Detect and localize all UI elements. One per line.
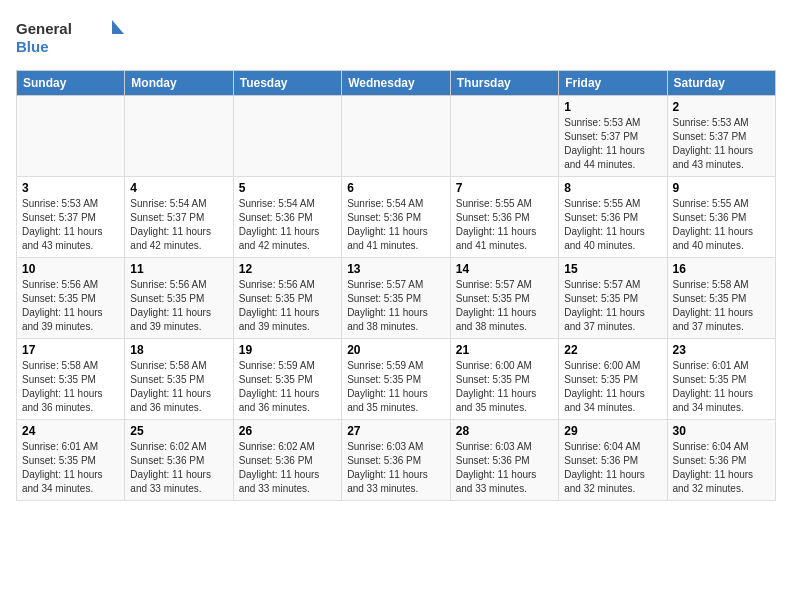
day-cell-6: 6Sunrise: 5:54 AMSunset: 5:36 PMDaylight… xyxy=(342,177,451,258)
day-info-19: Sunrise: 5:59 AMSunset: 5:35 PMDaylight:… xyxy=(239,359,336,415)
weekday-header-row: SundayMondayTuesdayWednesdayThursdayFrid… xyxy=(17,71,776,96)
day-cell-27: 27Sunrise: 6:03 AMSunset: 5:36 PMDayligh… xyxy=(342,420,451,501)
day-cell-1: 1Sunrise: 5:53 AMSunset: 5:37 PMDaylight… xyxy=(559,96,667,177)
day-cell-17: 17Sunrise: 5:58 AMSunset: 5:35 PMDayligh… xyxy=(17,339,125,420)
day-info-28: Sunrise: 6:03 AMSunset: 5:36 PMDaylight:… xyxy=(456,440,553,496)
day-number-15: 15 xyxy=(564,262,661,276)
week-row-4: 17Sunrise: 5:58 AMSunset: 5:35 PMDayligh… xyxy=(17,339,776,420)
day-cell-23: 23Sunrise: 6:01 AMSunset: 5:35 PMDayligh… xyxy=(667,339,776,420)
weekday-header-saturday: Saturday xyxy=(667,71,776,96)
logo: General Blue xyxy=(16,16,126,60)
day-cell-5: 5Sunrise: 5:54 AMSunset: 5:36 PMDaylight… xyxy=(233,177,341,258)
day-info-8: Sunrise: 5:55 AMSunset: 5:36 PMDaylight:… xyxy=(564,197,661,253)
day-number-14: 14 xyxy=(456,262,553,276)
day-cell-4: 4Sunrise: 5:54 AMSunset: 5:37 PMDaylight… xyxy=(125,177,233,258)
day-info-13: Sunrise: 5:57 AMSunset: 5:35 PMDaylight:… xyxy=(347,278,445,334)
day-number-21: 21 xyxy=(456,343,553,357)
day-cell-22: 22Sunrise: 6:00 AMSunset: 5:35 PMDayligh… xyxy=(559,339,667,420)
day-number-17: 17 xyxy=(22,343,119,357)
day-number-27: 27 xyxy=(347,424,445,438)
day-number-24: 24 xyxy=(22,424,119,438)
week-row-3: 10Sunrise: 5:56 AMSunset: 5:35 PMDayligh… xyxy=(17,258,776,339)
day-info-18: Sunrise: 5:58 AMSunset: 5:35 PMDaylight:… xyxy=(130,359,227,415)
empty-cell xyxy=(233,96,341,177)
day-info-16: Sunrise: 5:58 AMSunset: 5:35 PMDaylight:… xyxy=(673,278,771,334)
day-number-1: 1 xyxy=(564,100,661,114)
day-number-3: 3 xyxy=(22,181,119,195)
day-info-21: Sunrise: 6:00 AMSunset: 5:35 PMDaylight:… xyxy=(456,359,553,415)
day-info-22: Sunrise: 6:00 AMSunset: 5:35 PMDaylight:… xyxy=(564,359,661,415)
calendar-table: SundayMondayTuesdayWednesdayThursdayFrid… xyxy=(16,70,776,501)
day-number-10: 10 xyxy=(22,262,119,276)
weekday-header-monday: Monday xyxy=(125,71,233,96)
week-row-2: 3Sunrise: 5:53 AMSunset: 5:37 PMDaylight… xyxy=(17,177,776,258)
day-info-20: Sunrise: 5:59 AMSunset: 5:35 PMDaylight:… xyxy=(347,359,445,415)
empty-cell xyxy=(125,96,233,177)
day-number-19: 19 xyxy=(239,343,336,357)
empty-cell xyxy=(342,96,451,177)
day-info-15: Sunrise: 5:57 AMSunset: 5:35 PMDaylight:… xyxy=(564,278,661,334)
day-cell-8: 8Sunrise: 5:55 AMSunset: 5:36 PMDaylight… xyxy=(559,177,667,258)
day-info-14: Sunrise: 5:57 AMSunset: 5:35 PMDaylight:… xyxy=(456,278,553,334)
svg-text:General: General xyxy=(16,20,72,37)
day-number-28: 28 xyxy=(456,424,553,438)
day-cell-13: 13Sunrise: 5:57 AMSunset: 5:35 PMDayligh… xyxy=(342,258,451,339)
empty-cell xyxy=(450,96,558,177)
day-cell-24: 24Sunrise: 6:01 AMSunset: 5:35 PMDayligh… xyxy=(17,420,125,501)
day-cell-16: 16Sunrise: 5:58 AMSunset: 5:35 PMDayligh… xyxy=(667,258,776,339)
day-info-26: Sunrise: 6:02 AMSunset: 5:36 PMDaylight:… xyxy=(239,440,336,496)
day-cell-9: 9Sunrise: 5:55 AMSunset: 5:36 PMDaylight… xyxy=(667,177,776,258)
weekday-header-friday: Friday xyxy=(559,71,667,96)
day-info-30: Sunrise: 6:04 AMSunset: 5:36 PMDaylight:… xyxy=(673,440,771,496)
day-number-9: 9 xyxy=(673,181,771,195)
day-number-23: 23 xyxy=(673,343,771,357)
day-cell-30: 30Sunrise: 6:04 AMSunset: 5:36 PMDayligh… xyxy=(667,420,776,501)
day-cell-21: 21Sunrise: 6:00 AMSunset: 5:35 PMDayligh… xyxy=(450,339,558,420)
day-number-8: 8 xyxy=(564,181,661,195)
day-info-4: Sunrise: 5:54 AMSunset: 5:37 PMDaylight:… xyxy=(130,197,227,253)
day-number-4: 4 xyxy=(130,181,227,195)
day-number-2: 2 xyxy=(673,100,771,114)
day-cell-19: 19Sunrise: 5:59 AMSunset: 5:35 PMDayligh… xyxy=(233,339,341,420)
day-info-10: Sunrise: 5:56 AMSunset: 5:35 PMDaylight:… xyxy=(22,278,119,334)
svg-text:Blue: Blue xyxy=(16,38,49,55)
day-info-3: Sunrise: 5:53 AMSunset: 5:37 PMDaylight:… xyxy=(22,197,119,253)
day-cell-15: 15Sunrise: 5:57 AMSunset: 5:35 PMDayligh… xyxy=(559,258,667,339)
day-cell-29: 29Sunrise: 6:04 AMSunset: 5:36 PMDayligh… xyxy=(559,420,667,501)
day-number-29: 29 xyxy=(564,424,661,438)
day-number-12: 12 xyxy=(239,262,336,276)
day-number-5: 5 xyxy=(239,181,336,195)
day-number-20: 20 xyxy=(347,343,445,357)
day-info-7: Sunrise: 5:55 AMSunset: 5:36 PMDaylight:… xyxy=(456,197,553,253)
logo-wordmark: General Blue xyxy=(16,16,126,60)
day-number-7: 7 xyxy=(456,181,553,195)
svg-marker-2 xyxy=(112,20,124,34)
week-row-5: 24Sunrise: 6:01 AMSunset: 5:35 PMDayligh… xyxy=(17,420,776,501)
day-cell-14: 14Sunrise: 5:57 AMSunset: 5:35 PMDayligh… xyxy=(450,258,558,339)
day-info-2: Sunrise: 5:53 AMSunset: 5:37 PMDaylight:… xyxy=(673,116,771,172)
day-info-25: Sunrise: 6:02 AMSunset: 5:36 PMDaylight:… xyxy=(130,440,227,496)
day-info-5: Sunrise: 5:54 AMSunset: 5:36 PMDaylight:… xyxy=(239,197,336,253)
weekday-header-sunday: Sunday xyxy=(17,71,125,96)
day-number-26: 26 xyxy=(239,424,336,438)
day-cell-28: 28Sunrise: 6:03 AMSunset: 5:36 PMDayligh… xyxy=(450,420,558,501)
day-cell-25: 25Sunrise: 6:02 AMSunset: 5:36 PMDayligh… xyxy=(125,420,233,501)
day-cell-7: 7Sunrise: 5:55 AMSunset: 5:36 PMDaylight… xyxy=(450,177,558,258)
day-cell-26: 26Sunrise: 6:02 AMSunset: 5:36 PMDayligh… xyxy=(233,420,341,501)
day-cell-12: 12Sunrise: 5:56 AMSunset: 5:35 PMDayligh… xyxy=(233,258,341,339)
empty-cell xyxy=(17,96,125,177)
weekday-header-tuesday: Tuesday xyxy=(233,71,341,96)
day-cell-2: 2Sunrise: 5:53 AMSunset: 5:37 PMDaylight… xyxy=(667,96,776,177)
day-cell-18: 18Sunrise: 5:58 AMSunset: 5:35 PMDayligh… xyxy=(125,339,233,420)
day-info-17: Sunrise: 5:58 AMSunset: 5:35 PMDaylight:… xyxy=(22,359,119,415)
weekday-header-thursday: Thursday xyxy=(450,71,558,96)
day-number-16: 16 xyxy=(673,262,771,276)
day-number-11: 11 xyxy=(130,262,227,276)
day-info-29: Sunrise: 6:04 AMSunset: 5:36 PMDaylight:… xyxy=(564,440,661,496)
day-number-25: 25 xyxy=(130,424,227,438)
day-number-6: 6 xyxy=(347,181,445,195)
day-number-18: 18 xyxy=(130,343,227,357)
page-header: General Blue xyxy=(16,16,776,60)
day-info-6: Sunrise: 5:54 AMSunset: 5:36 PMDaylight:… xyxy=(347,197,445,253)
day-number-22: 22 xyxy=(564,343,661,357)
